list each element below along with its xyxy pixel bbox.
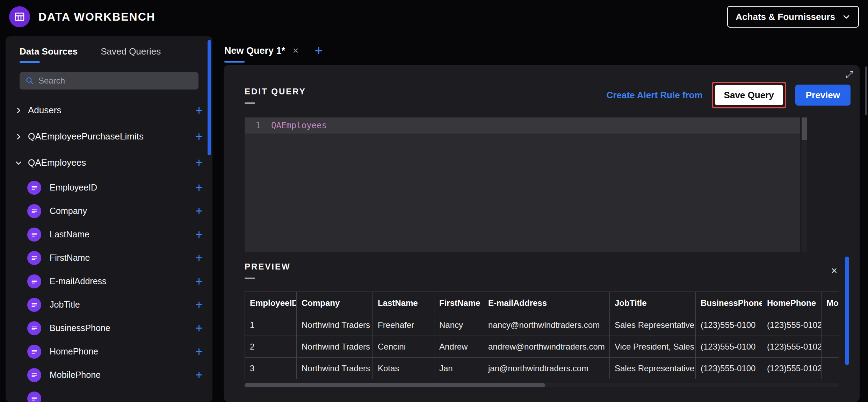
expand-icon[interactable]: ⤢: [846, 69, 853, 81]
column-header: JobTitle: [610, 292, 696, 314]
edit-query-header: EDIT QUERY Create Alert Rule from Save Q…: [245, 82, 851, 108]
field-icon: [27, 204, 41, 218]
group-label: Adusers: [28, 105, 61, 116]
code-text: QAEmployees: [271, 121, 327, 130]
group-label: QAEmployeePurchaseLimits: [28, 131, 144, 142]
add-table-button[interactable]: +: [195, 104, 203, 117]
cell-homephone: (123)555-0102: [762, 336, 822, 358]
add-table-button[interactable]: +: [195, 157, 203, 169]
field-icon: [27, 251, 41, 265]
field-icon: [27, 392, 41, 402]
cell-firstname: Jan: [434, 358, 483, 379]
field-label: MobilePhone: [50, 370, 101, 380]
cell-mobilephone: [822, 314, 839, 336]
add-field-button[interactable]: +: [195, 345, 203, 358]
edit-query-heading: EDIT QUERY: [245, 86, 306, 97]
cell-jobtitle: Vice President, Sales: [610, 336, 696, 358]
add-field-button[interactable]: +: [195, 181, 203, 194]
tree-group-qaemployees[interactable]: QAEmployees +: [6, 150, 212, 176]
preview-header: PREVIEW ×: [245, 261, 837, 279]
sidebar-scrollbar[interactable]: [208, 40, 211, 155]
add-field-button[interactable]: +: [195, 205, 203, 217]
field-lines-icon: [30, 254, 38, 262]
add-field-button[interactable]: +: [195, 299, 203, 311]
cell-email: andrew@northwindtraders.com: [483, 336, 610, 358]
column-header: FirstName: [434, 292, 483, 314]
column-header: BusinessPhone: [696, 292, 762, 314]
add-field-button[interactable]: +: [195, 275, 203, 288]
table-header-row: EmployeeID Company LastName FirstName E-…: [245, 292, 839, 314]
field-item[interactable]: JobTitle +: [6, 293, 212, 316]
table-row: 2 Northwind Traders Cencini Andrew andre…: [245, 336, 839, 358]
add-field-button[interactable]: +: [195, 322, 203, 335]
page-scrollbar[interactable]: [865, 66, 867, 115]
editor-scrollbar-thumb[interactable]: [802, 117, 807, 140]
field-item[interactable]: EmployeeID +: [6, 176, 212, 199]
field-item-partial[interactable]: [6, 387, 212, 402]
field-icon: [27, 321, 41, 335]
cell-email: nancy@northwindtraders.com: [483, 314, 610, 336]
field-icon: [27, 298, 41, 312]
tree-group-adusers[interactable]: Adusers +: [6, 97, 212, 123]
column-header: EmployeeID: [245, 292, 297, 314]
add-table-button[interactable]: +: [195, 130, 203, 143]
field-item[interactable]: Company +: [6, 199, 212, 223]
save-query-highlight-box: Save Query: [712, 82, 786, 108]
tab-new-query-1[interactable]: New Query 1* ×: [224, 45, 298, 56]
field-item[interactable]: E-mailAddress +: [6, 270, 212, 293]
code-editor[interactable]: 1 QAEmployees: [245, 117, 800, 252]
editor-actions: Create Alert Rule from Save Query Previe…: [607, 82, 851, 108]
tab-data-sources[interactable]: Data Sources: [20, 46, 78, 63]
workspace-selector[interactable]: Achats & Fournisseurs: [727, 6, 859, 28]
cell-employeeid: 3: [245, 358, 297, 379]
column-header: Company: [297, 292, 373, 314]
preview-title-block: PREVIEW: [245, 261, 291, 279]
field-label: HomePhone: [50, 346, 98, 357]
preview-scrollbar[interactable]: [845, 257, 849, 365]
field-lines-icon: [30, 348, 38, 356]
cell-email: jan@northwindtraders.com: [483, 358, 610, 379]
heading-underline: [245, 102, 255, 104]
create-alert-link[interactable]: Create Alert Rule from: [607, 90, 703, 101]
field-item[interactable]: MobilePhone +: [6, 363, 212, 387]
field-icon: [27, 368, 41, 382]
add-field-button[interactable]: +: [195, 252, 203, 264]
field-item[interactable]: BusinessPhone +: [6, 316, 212, 340]
cell-jobtitle: Sales Representative: [610, 314, 696, 336]
field-label: BusinessPhone: [50, 323, 110, 333]
field-lines-icon: [30, 395, 38, 402]
tab-label: Saved Queries: [101, 46, 161, 57]
active-tab-underline: [20, 61, 40, 63]
cell-lastname: Cencini: [373, 336, 434, 358]
save-query-button[interactable]: Save Query: [715, 85, 783, 105]
cell-employeeid: 1: [245, 314, 297, 336]
cell-businessphone: (123)555-0100: [696, 358, 762, 379]
preview-button[interactable]: Preview: [795, 85, 851, 106]
field-item[interactable]: FirstName +: [6, 246, 212, 270]
column-header: MobilePhone: [822, 292, 839, 314]
app-header: DATA WORKBENCH Achats & Fournisseurs: [0, 0, 868, 34]
horizontal-scrollbar[interactable]: [245, 383, 839, 387]
field-item[interactable]: HomePhone +: [6, 340, 212, 363]
close-tab-icon[interactable]: ×: [293, 45, 298, 56]
add-field-button[interactable]: +: [195, 369, 203, 381]
tab-saved-queries[interactable]: Saved Queries: [101, 46, 161, 63]
search-input[interactable]: [38, 76, 193, 86]
sidebar: Data Sources Saved Queries Adusers + QAE…: [6, 36, 212, 402]
field-lines-icon: [30, 371, 38, 379]
tree-group-qaemployeepurchaselimits[interactable]: QAEmployeePurchaseLimits +: [6, 123, 212, 150]
field-lines-icon: [30, 324, 38, 332]
search-box[interactable]: [20, 72, 198, 89]
close-preview-icon[interactable]: ×: [831, 265, 837, 277]
chevron-down-icon: [842, 13, 851, 21]
editor-scrollbar[interactable]: [802, 117, 807, 252]
field-label: EmployeeID: [50, 182, 97, 193]
workspace-selector-label: Achats & Fournisseurs: [736, 12, 835, 22]
group-label: QAEmployees: [28, 157, 86, 168]
chevron-right-icon: [15, 107, 22, 114]
add-field-button[interactable]: +: [195, 228, 203, 241]
field-item[interactable]: LastName +: [6, 223, 212, 246]
horizontal-scrollbar-thumb[interactable]: [245, 383, 545, 387]
query-panel: ⤢ EDIT QUERY Create Alert Rule from Save…: [224, 65, 860, 402]
add-tab-button[interactable]: +: [314, 43, 323, 59]
